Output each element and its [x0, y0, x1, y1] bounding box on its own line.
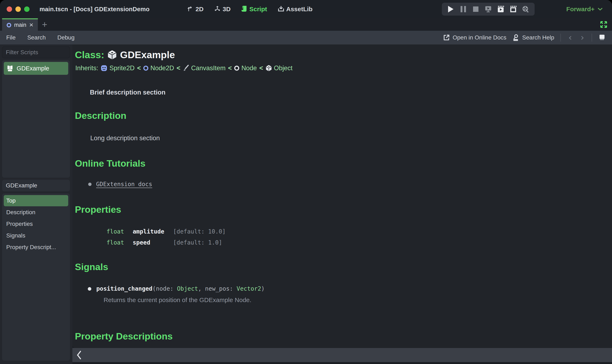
play-icon	[448, 6, 454, 13]
member-item-top[interactable]: Top	[4, 195, 68, 206]
pause-icon	[460, 6, 466, 12]
script-editor-menubar: File Search Debug Open in Online Docs Se…	[0, 31, 612, 44]
inherits-sprite2d-link[interactable]: Sprite2D	[101, 64, 135, 72]
play-custom-scene-button[interactable]	[510, 6, 517, 13]
inherits-canvasitem-link[interactable]: CanvasItem	[183, 64, 225, 72]
history-back-button[interactable]: ‹	[567, 33, 573, 42]
3d-icon	[214, 6, 221, 13]
script-icon	[241, 5, 247, 13]
inherits-object-link[interactable]: Object	[266, 64, 293, 72]
movie-maker-icon	[522, 5, 529, 13]
member-item-description[interactable]: Description	[4, 207, 68, 218]
signal-description: Returns the current position of the GDEx…	[104, 296, 612, 304]
property-name[interactable]: amplitude	[133, 228, 173, 235]
node2d-icon	[7, 23, 11, 27]
sprite2d-icon	[101, 65, 107, 71]
script-item-gdexample[interactable]: GDExample	[4, 62, 68, 75]
description-body: Long description section	[90, 134, 612, 142]
class-label: Class:	[75, 49, 104, 61]
filter-scripts-input[interactable]	[5, 49, 81, 56]
workspace-script-button[interactable]: Script	[241, 5, 267, 13]
doc-book-icon	[7, 65, 13, 71]
workspace-3d-button[interactable]: 3D	[214, 6, 231, 13]
title-bar: main.tscn - [Docs] GDExtensionDemo 2D 3D…	[0, 0, 612, 18]
signal-item: position_changed(node: Object, new_pos: …	[88, 285, 612, 293]
class-doc-panel: Class: GDExample Inherits: Sprite2D < No…	[72, 44, 612, 348]
description-heading: Description	[75, 110, 612, 121]
history-forward-button[interactable]: ›	[579, 33, 585, 42]
bottom-filler	[72, 362, 612, 364]
close-window-button[interactable]	[7, 6, 12, 12]
workspace-2d-button[interactable]: 2D	[187, 6, 203, 13]
canvasitem-brush-icon	[183, 65, 189, 71]
close-tab-icon[interactable]: ×	[29, 21, 33, 28]
gdextension-docs-link[interactable]: GDExtension docs	[96, 180, 152, 188]
inherits-node2d-link[interactable]: Node2D	[143, 64, 174, 72]
vector2-type-link[interactable]: Vector2	[236, 285, 261, 292]
window-title: main.tscn - [Docs] GDExtensionDemo	[40, 6, 150, 13]
add-tab-button[interactable]: +	[38, 18, 51, 31]
panels-icon[interactable]	[598, 34, 606, 41]
object-cube-icon	[266, 65, 272, 71]
remote-debug-icon	[485, 6, 492, 13]
open-online-docs-button[interactable]: Open in Online Docs	[443, 34, 506, 41]
object-cube-icon	[108, 50, 117, 60]
scripts-panel-toggle-bar	[72, 348, 612, 362]
2d-icon	[187, 6, 194, 13]
window-controls	[7, 6, 29, 12]
scene-tab-bar: main × +	[0, 18, 612, 31]
search-help-icon	[513, 34, 519, 41]
chevron-down-icon	[598, 7, 603, 11]
signal-bullet-icon	[88, 287, 91, 291]
object-type-link[interactable]: Object	[177, 285, 198, 292]
tab-main[interactable]: main ×	[2, 18, 38, 31]
play-button[interactable]	[447, 6, 454, 13]
menu-file[interactable]: File	[6, 34, 16, 41]
member-item-property-descriptions[interactable]: Property Descript...	[4, 242, 68, 253]
renderer-selector[interactable]: Forward+	[566, 0, 603, 18]
member-item-signals[interactable]: Signals	[4, 230, 68, 241]
play-scene-icon	[497, 6, 504, 13]
member-item-properties[interactable]: Properties	[4, 218, 68, 230]
member-panel-header: GDExample	[2, 180, 70, 191]
renderer-label: Forward+	[566, 6, 595, 13]
search-help-button[interactable]: Search Help	[513, 34, 554, 41]
inherits-label: Inherits:	[75, 64, 98, 72]
property-type-link[interactable]: float	[107, 239, 133, 246]
collapse-panel-chevron-icon[interactable]	[76, 351, 82, 360]
separator	[560, 34, 561, 41]
distraction-free-button[interactable]	[599, 20, 608, 29]
property-type-link[interactable]: float	[107, 228, 133, 235]
bullet-icon	[88, 183, 92, 186]
brief-description: Brief description section	[90, 89, 612, 96]
minimize-window-button[interactable]	[15, 6, 21, 12]
menu-right-tools: Open in Online Docs Search Help ‹ ›	[443, 33, 606, 42]
property-name[interactable]: speed	[133, 239, 173, 246]
remote-debug-button[interactable]	[485, 6, 492, 13]
pause-button[interactable]	[460, 6, 467, 13]
playback-toolbar	[442, 3, 535, 16]
menu-debug[interactable]: Debug	[57, 34, 75, 41]
menu-items: File Search Debug	[6, 34, 74, 41]
property-default: [default: 10.0]	[173, 228, 612, 235]
property-default: [default: 1.0]	[173, 239, 612, 246]
properties-table: float amplitude [default: 10.0] float sp…	[107, 228, 612, 246]
expand-icon	[600, 21, 608, 28]
inherits-node-link[interactable]: Node	[234, 64, 257, 72]
inherits-line: Inherits: Sprite2D < Node2D < CanvasItem	[75, 64, 612, 72]
workspace-switcher: 2D 3D Script AssetLib	[187, 0, 312, 18]
class-name: GDExample	[120, 49, 175, 61]
menu-search[interactable]: Search	[27, 34, 46, 41]
external-link-icon	[443, 34, 450, 41]
play-scene-button[interactable]	[497, 6, 504, 13]
signal-signature: position_changed(node: Object, new_pos: …	[96, 285, 264, 293]
scripts-sidebar: GDExample GDExample Top Description Prop…	[0, 44, 72, 364]
movie-maker-button[interactable]	[522, 6, 529, 13]
workspace-assetlib-button[interactable]: AssetLib	[278, 6, 313, 13]
stop-button[interactable]	[472, 6, 479, 13]
filter-scripts-box	[2, 47, 70, 58]
online-tutorials-heading: Online Tutorials	[75, 158, 612, 169]
script-workspace: GDExample GDExample Top Description Prop…	[0, 44, 612, 364]
tutorial-item: GDExtension docs	[88, 180, 612, 188]
zoom-window-button[interactable]	[24, 6, 29, 12]
